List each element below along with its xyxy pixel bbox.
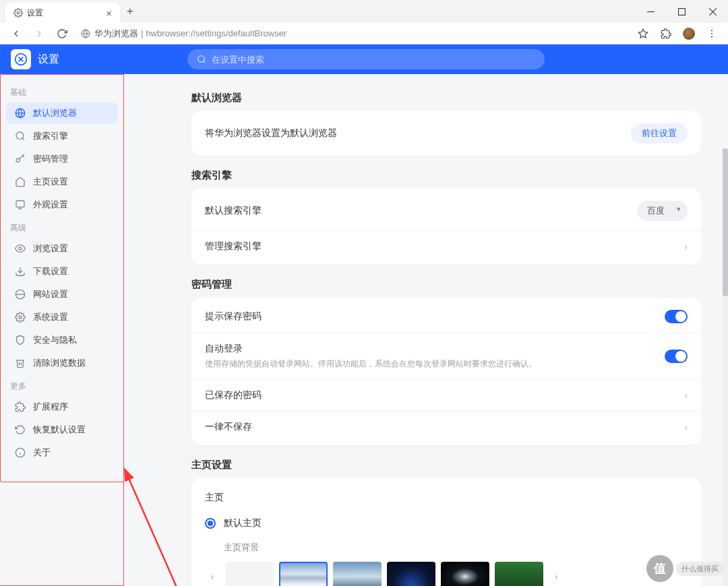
puzzle-icon bbox=[14, 401, 26, 413]
sidebar-group-more: 更多 bbox=[1, 375, 123, 395]
window-minimize[interactable] bbox=[635, 0, 666, 23]
section-search-title: 搜索引擎 bbox=[191, 169, 701, 182]
gear-icon bbox=[13, 8, 23, 18]
row-set-default: 将华为浏览器设置为默认浏览器 前往设置 bbox=[191, 114, 701, 153]
forward-button[interactable] bbox=[30, 24, 49, 43]
sidebar-item-extensions[interactable]: 扩展程序 bbox=[6, 396, 118, 418]
sidebar-item-restore[interactable]: 恢复默认设置 bbox=[6, 419, 118, 441]
gear-icon bbox=[14, 311, 26, 323]
row-saved-passwords[interactable]: 已保存的密码 › bbox=[191, 379, 701, 411]
menu-button[interactable] bbox=[702, 24, 721, 43]
row-never-save[interactable]: 一律不保存 › bbox=[191, 411, 701, 443]
svg-point-9 bbox=[711, 32, 712, 34]
row-prompt-save: 提示保存密码 bbox=[191, 300, 701, 333]
globe-icon bbox=[14, 107, 26, 119]
bg-thumb-5[interactable] bbox=[495, 562, 543, 586]
settings-title: 设置 bbox=[38, 53, 59, 67]
window-maximize[interactable] bbox=[666, 0, 697, 23]
window-titlebar: 设置 × + bbox=[0, 0, 728, 23]
svg-line-13 bbox=[204, 61, 206, 63]
section-homepage-title: 主页设置 bbox=[191, 459, 701, 471]
svg-point-12 bbox=[198, 56, 204, 62]
trash-icon bbox=[14, 357, 26, 369]
sidebar-item-home[interactable]: 主页设置 bbox=[6, 171, 118, 193]
sidebar-group-basic: 基础 bbox=[1, 82, 123, 101]
row-default-search: 默认搜索引擎 百度 bbox=[191, 191, 701, 230]
svg-marker-7 bbox=[638, 29, 647, 38]
svg-line-17 bbox=[22, 138, 24, 140]
back-button[interactable] bbox=[7, 24, 26, 43]
goto-settings-button[interactable]: 前往设置 bbox=[631, 123, 688, 143]
restore-icon bbox=[14, 424, 26, 436]
appearance-icon bbox=[14, 199, 26, 211]
settings-search[interactable] bbox=[187, 49, 545, 69]
home-icon bbox=[14, 176, 26, 188]
tab-close-icon[interactable]: × bbox=[106, 7, 112, 19]
browser-tab[interactable]: 设置 × bbox=[5, 3, 120, 23]
sidebar-item-downloads[interactable]: 下载设置 bbox=[6, 261, 118, 282]
site-security-icon bbox=[81, 29, 90, 38]
chevron-right-icon: › bbox=[684, 241, 688, 252]
refresh-button[interactable] bbox=[53, 24, 71, 43]
sidebar-item-search[interactable]: 搜索引擎 bbox=[6, 125, 118, 147]
settings-sidebar: 基础 默认浏览器 搜索引擎 密码管理 主页设置 外观设置 高级 浏览设置 下载设… bbox=[0, 74, 124, 586]
watermark: 值 什么值得买 bbox=[646, 555, 724, 582]
svg-point-18 bbox=[16, 158, 20, 162]
radio-default-home[interactable] bbox=[205, 518, 216, 529]
sidebar-item-appearance[interactable]: 外观设置 bbox=[6, 194, 118, 216]
settings-search-input[interactable] bbox=[212, 55, 535, 65]
sidebar-item-system[interactable]: 系统设置 bbox=[6, 306, 118, 328]
eye-icon bbox=[14, 242, 26, 255]
download-icon bbox=[14, 265, 26, 278]
bg-thumb-blank[interactable] bbox=[225, 562, 274, 586]
sidebar-item-site[interactable]: 网站设置 bbox=[6, 284, 118, 305]
chevron-right-icon: › bbox=[684, 422, 688, 432]
info-icon bbox=[14, 447, 26, 459]
address-domain: 华为浏览器 bbox=[94, 28, 138, 40]
extensions-button[interactable] bbox=[657, 24, 675, 43]
svg-point-28 bbox=[19, 316, 22, 319]
sidebar-item-about[interactable]: 关于 bbox=[6, 442, 118, 463]
toggle-auto-login[interactable] bbox=[665, 350, 688, 363]
logo-icon bbox=[11, 49, 31, 69]
favorite-button[interactable] bbox=[634, 24, 653, 43]
new-tab-button[interactable]: + bbox=[120, 0, 140, 23]
bg-thumb-2[interactable] bbox=[333, 562, 382, 586]
svg-point-10 bbox=[711, 36, 712, 37]
sidebar-item-password[interactable]: 密码管理 bbox=[6, 148, 118, 170]
shield-icon bbox=[14, 334, 26, 346]
sidebar-item-privacy[interactable]: 安全与隐私 bbox=[6, 329, 118, 351]
svg-point-24 bbox=[19, 247, 22, 250]
row-manage-search[interactable]: 管理搜索引擎 › bbox=[191, 230, 701, 262]
profile-button[interactable] bbox=[679, 24, 698, 43]
sidebar-item-browsing[interactable]: 浏览设置 bbox=[6, 238, 118, 259]
page-scrollbar[interactable] bbox=[723, 148, 728, 586]
section-default-browser-title: 默认浏览器 bbox=[191, 92, 701, 104]
sidebar-item-default-browser[interactable]: 默认浏览器 bbox=[6, 102, 118, 124]
settings-content: 默认浏览器 将华为浏览器设置为默认浏览器 前往设置 搜索引擎 默认搜索引擎 百度… bbox=[124, 74, 728, 586]
svg-point-16 bbox=[16, 132, 24, 139]
window-close[interactable] bbox=[697, 0, 728, 23]
section-password-title: 密码管理 bbox=[191, 278, 701, 291]
svg-point-0 bbox=[17, 11, 20, 14]
browser-toolbar: 华为浏览器 | hwbrowser://settings/defaultBrow… bbox=[0, 23, 728, 44]
bg-thumb-1[interactable] bbox=[279, 562, 328, 586]
svg-rect-2 bbox=[678, 8, 685, 15]
key-icon bbox=[14, 153, 26, 165]
search-icon bbox=[14, 130, 26, 142]
bg-thumb-4[interactable] bbox=[441, 562, 489, 586]
search-engine-select[interactable]: 百度 bbox=[638, 201, 688, 221]
address-bar[interactable]: 华为浏览器 | hwbrowser://settings/defaultBrow… bbox=[75, 25, 630, 42]
row-auto-login: 自动登录 使用存储的凭据自动登录网站。停用该功能后，系统会在您每次登录网站时要求… bbox=[191, 333, 701, 379]
sidebar-item-clear-data[interactable]: 清除浏览数据 bbox=[6, 352, 118, 374]
svg-point-8 bbox=[711, 30, 712, 31]
svg-line-20 bbox=[22, 156, 24, 157]
tab-title: 设置 bbox=[27, 7, 43, 19]
svg-rect-21 bbox=[16, 201, 24, 207]
bg-thumb-3[interactable] bbox=[387, 562, 435, 586]
settings-header: 设置 bbox=[0, 44, 728, 74]
carousel-next[interactable]: › bbox=[549, 562, 564, 586]
toggle-prompt-save[interactable] bbox=[665, 310, 688, 323]
carousel-prev[interactable]: ‹ bbox=[205, 562, 220, 586]
site-icon bbox=[14, 288, 26, 300]
